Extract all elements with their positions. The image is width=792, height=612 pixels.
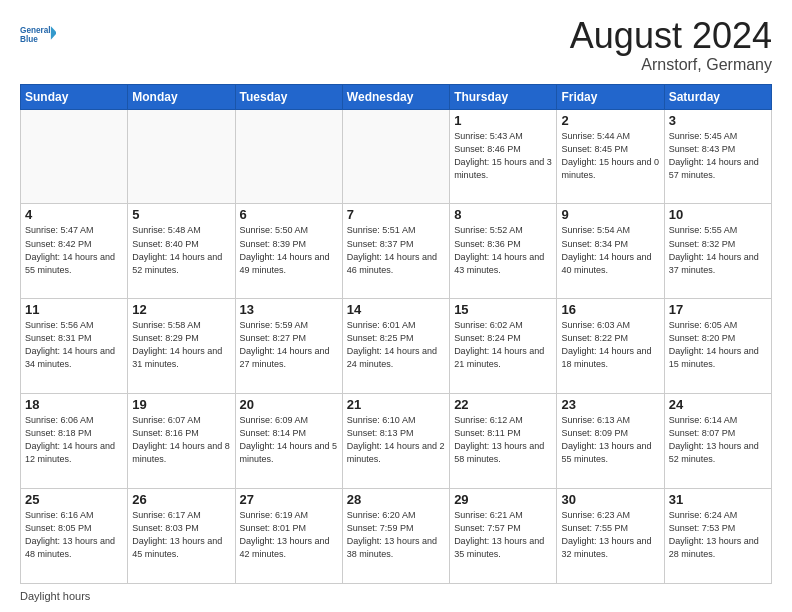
day-info: Sunrise: 6:01 AM Sunset: 8:25 PM Dayligh… bbox=[347, 319, 445, 371]
day-number: 27 bbox=[240, 492, 338, 507]
day-info: Sunrise: 5:55 AM Sunset: 8:32 PM Dayligh… bbox=[669, 224, 767, 276]
day-cell: 23Sunrise: 6:13 AM Sunset: 8:09 PM Dayli… bbox=[557, 394, 664, 489]
month-title: August 2024 bbox=[570, 16, 772, 56]
day-info: Sunrise: 5:48 AM Sunset: 8:40 PM Dayligh… bbox=[132, 224, 230, 276]
day-number: 13 bbox=[240, 302, 338, 317]
day-info: Sunrise: 5:51 AM Sunset: 8:37 PM Dayligh… bbox=[347, 224, 445, 276]
day-cell: 16Sunrise: 6:03 AM Sunset: 8:22 PM Dayli… bbox=[557, 299, 664, 394]
title-block: August 2024 Arnstorf, Germany bbox=[570, 16, 772, 74]
day-number: 2 bbox=[561, 113, 659, 128]
day-info: Sunrise: 6:24 AM Sunset: 7:53 PM Dayligh… bbox=[669, 509, 767, 561]
day-info: Sunrise: 5:56 AM Sunset: 8:31 PM Dayligh… bbox=[25, 319, 123, 371]
day-number: 19 bbox=[132, 397, 230, 412]
day-cell: 5Sunrise: 5:48 AM Sunset: 8:40 PM Daylig… bbox=[128, 204, 235, 299]
header-tuesday: Tuesday bbox=[235, 84, 342, 109]
day-info: Sunrise: 6:13 AM Sunset: 8:09 PM Dayligh… bbox=[561, 414, 659, 466]
day-info: Sunrise: 6:06 AM Sunset: 8:18 PM Dayligh… bbox=[25, 414, 123, 466]
day-cell: 9Sunrise: 5:54 AM Sunset: 8:34 PM Daylig… bbox=[557, 204, 664, 299]
day-number: 17 bbox=[669, 302, 767, 317]
day-cell: 30Sunrise: 6:23 AM Sunset: 7:55 PM Dayli… bbox=[557, 489, 664, 584]
day-info: Sunrise: 6:05 AM Sunset: 8:20 PM Dayligh… bbox=[669, 319, 767, 371]
header-wednesday: Wednesday bbox=[342, 84, 449, 109]
day-cell: 11Sunrise: 5:56 AM Sunset: 8:31 PM Dayli… bbox=[21, 299, 128, 394]
day-cell: 28Sunrise: 6:20 AM Sunset: 7:59 PM Dayli… bbox=[342, 489, 449, 584]
week-row-5: 25Sunrise: 6:16 AM Sunset: 8:05 PM Dayli… bbox=[21, 489, 772, 584]
calendar-header-row: SundayMondayTuesdayWednesdayThursdayFrid… bbox=[21, 84, 772, 109]
svg-text:Blue: Blue bbox=[20, 35, 38, 44]
day-cell: 26Sunrise: 6:17 AM Sunset: 8:03 PM Dayli… bbox=[128, 489, 235, 584]
week-row-2: 4Sunrise: 5:47 AM Sunset: 8:42 PM Daylig… bbox=[21, 204, 772, 299]
day-cell: 22Sunrise: 6:12 AM Sunset: 8:11 PM Dayli… bbox=[450, 394, 557, 489]
header: General Blue August 2024 Arnstorf, Germa… bbox=[20, 16, 772, 74]
day-cell: 10Sunrise: 5:55 AM Sunset: 8:32 PM Dayli… bbox=[664, 204, 771, 299]
day-info: Sunrise: 5:45 AM Sunset: 8:43 PM Dayligh… bbox=[669, 130, 767, 182]
day-number: 23 bbox=[561, 397, 659, 412]
week-row-1: 1Sunrise: 5:43 AM Sunset: 8:46 PM Daylig… bbox=[21, 109, 772, 204]
day-cell: 25Sunrise: 6:16 AM Sunset: 8:05 PM Dayli… bbox=[21, 489, 128, 584]
day-info: Sunrise: 5:58 AM Sunset: 8:29 PM Dayligh… bbox=[132, 319, 230, 371]
header-sunday: Sunday bbox=[21, 84, 128, 109]
day-number: 11 bbox=[25, 302, 123, 317]
day-cell: 13Sunrise: 5:59 AM Sunset: 8:27 PM Dayli… bbox=[235, 299, 342, 394]
day-cell: 7Sunrise: 5:51 AM Sunset: 8:37 PM Daylig… bbox=[342, 204, 449, 299]
day-info: Sunrise: 5:54 AM Sunset: 8:34 PM Dayligh… bbox=[561, 224, 659, 276]
location-title: Arnstorf, Germany bbox=[570, 56, 772, 74]
day-info: Sunrise: 5:50 AM Sunset: 8:39 PM Dayligh… bbox=[240, 224, 338, 276]
day-number: 29 bbox=[454, 492, 552, 507]
day-cell: 4Sunrise: 5:47 AM Sunset: 8:42 PM Daylig… bbox=[21, 204, 128, 299]
day-number: 6 bbox=[240, 207, 338, 222]
day-number: 1 bbox=[454, 113, 552, 128]
day-cell: 3Sunrise: 5:45 AM Sunset: 8:43 PM Daylig… bbox=[664, 109, 771, 204]
day-cell: 17Sunrise: 6:05 AM Sunset: 8:20 PM Dayli… bbox=[664, 299, 771, 394]
day-number: 9 bbox=[561, 207, 659, 222]
footer-note: Daylight hours bbox=[20, 590, 772, 602]
day-number: 30 bbox=[561, 492, 659, 507]
day-number: 22 bbox=[454, 397, 552, 412]
logo: General Blue bbox=[20, 16, 56, 52]
day-cell: 14Sunrise: 6:01 AM Sunset: 8:25 PM Dayli… bbox=[342, 299, 449, 394]
week-row-3: 11Sunrise: 5:56 AM Sunset: 8:31 PM Dayli… bbox=[21, 299, 772, 394]
header-saturday: Saturday bbox=[664, 84, 771, 109]
day-number: 31 bbox=[669, 492, 767, 507]
day-cell: 15Sunrise: 6:02 AM Sunset: 8:24 PM Dayli… bbox=[450, 299, 557, 394]
day-info: Sunrise: 5:43 AM Sunset: 8:46 PM Dayligh… bbox=[454, 130, 552, 182]
day-cell: 1Sunrise: 5:43 AM Sunset: 8:46 PM Daylig… bbox=[450, 109, 557, 204]
day-number: 24 bbox=[669, 397, 767, 412]
day-cell: 21Sunrise: 6:10 AM Sunset: 8:13 PM Dayli… bbox=[342, 394, 449, 489]
day-info: Sunrise: 6:19 AM Sunset: 8:01 PM Dayligh… bbox=[240, 509, 338, 561]
day-cell: 18Sunrise: 6:06 AM Sunset: 8:18 PM Dayli… bbox=[21, 394, 128, 489]
day-cell: 19Sunrise: 6:07 AM Sunset: 8:16 PM Dayli… bbox=[128, 394, 235, 489]
day-info: Sunrise: 6:12 AM Sunset: 8:11 PM Dayligh… bbox=[454, 414, 552, 466]
day-number: 18 bbox=[25, 397, 123, 412]
day-number: 8 bbox=[454, 207, 552, 222]
day-number: 7 bbox=[347, 207, 445, 222]
day-cell: 20Sunrise: 6:09 AM Sunset: 8:14 PM Dayli… bbox=[235, 394, 342, 489]
day-number: 12 bbox=[132, 302, 230, 317]
day-cell: 12Sunrise: 5:58 AM Sunset: 8:29 PM Dayli… bbox=[128, 299, 235, 394]
day-number: 21 bbox=[347, 397, 445, 412]
day-info: Sunrise: 6:07 AM Sunset: 8:16 PM Dayligh… bbox=[132, 414, 230, 466]
week-row-4: 18Sunrise: 6:06 AM Sunset: 8:18 PM Dayli… bbox=[21, 394, 772, 489]
day-info: Sunrise: 6:09 AM Sunset: 8:14 PM Dayligh… bbox=[240, 414, 338, 466]
calendar-table: SundayMondayTuesdayWednesdayThursdayFrid… bbox=[20, 84, 772, 584]
svg-marker-2 bbox=[51, 26, 56, 39]
day-number: 10 bbox=[669, 207, 767, 222]
day-cell: 6Sunrise: 5:50 AM Sunset: 8:39 PM Daylig… bbox=[235, 204, 342, 299]
day-info: Sunrise: 6:10 AM Sunset: 8:13 PM Dayligh… bbox=[347, 414, 445, 466]
day-info: Sunrise: 5:59 AM Sunset: 8:27 PM Dayligh… bbox=[240, 319, 338, 371]
svg-text:General: General bbox=[20, 26, 51, 35]
header-thursday: Thursday bbox=[450, 84, 557, 109]
day-number: 3 bbox=[669, 113, 767, 128]
day-number: 25 bbox=[25, 492, 123, 507]
day-number: 4 bbox=[25, 207, 123, 222]
day-info: Sunrise: 6:16 AM Sunset: 8:05 PM Dayligh… bbox=[25, 509, 123, 561]
day-number: 26 bbox=[132, 492, 230, 507]
day-number: 5 bbox=[132, 207, 230, 222]
header-friday: Friday bbox=[557, 84, 664, 109]
day-number: 28 bbox=[347, 492, 445, 507]
day-cell: 29Sunrise: 6:21 AM Sunset: 7:57 PM Dayli… bbox=[450, 489, 557, 584]
day-cell: 8Sunrise: 5:52 AM Sunset: 8:36 PM Daylig… bbox=[450, 204, 557, 299]
day-info: Sunrise: 6:20 AM Sunset: 7:59 PM Dayligh… bbox=[347, 509, 445, 561]
day-info: Sunrise: 6:17 AM Sunset: 8:03 PM Dayligh… bbox=[132, 509, 230, 561]
day-info: Sunrise: 6:02 AM Sunset: 8:24 PM Dayligh… bbox=[454, 319, 552, 371]
